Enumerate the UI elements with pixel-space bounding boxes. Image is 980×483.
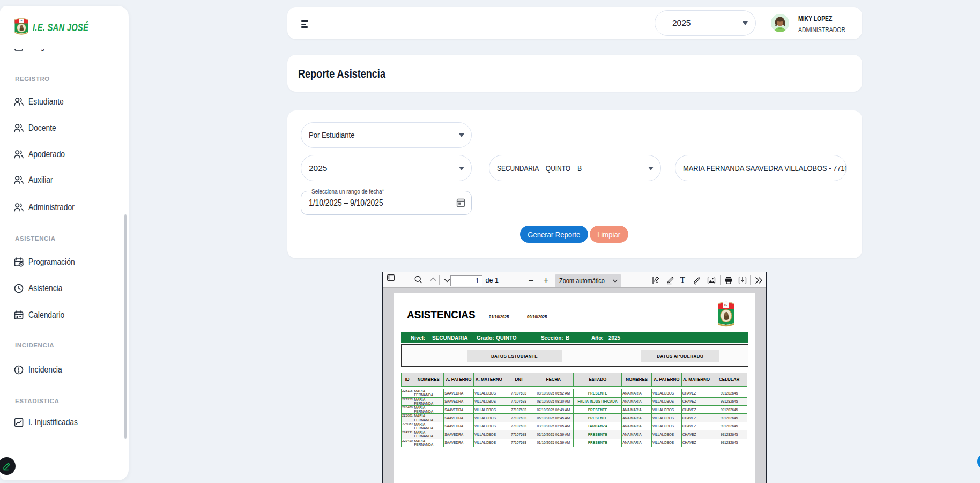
svg-text:I.E.: I.E.	[724, 304, 728, 307]
svg-text:I.E.: I.E.	[20, 20, 23, 22]
svg-text:SJ: SJ	[725, 324, 727, 326]
